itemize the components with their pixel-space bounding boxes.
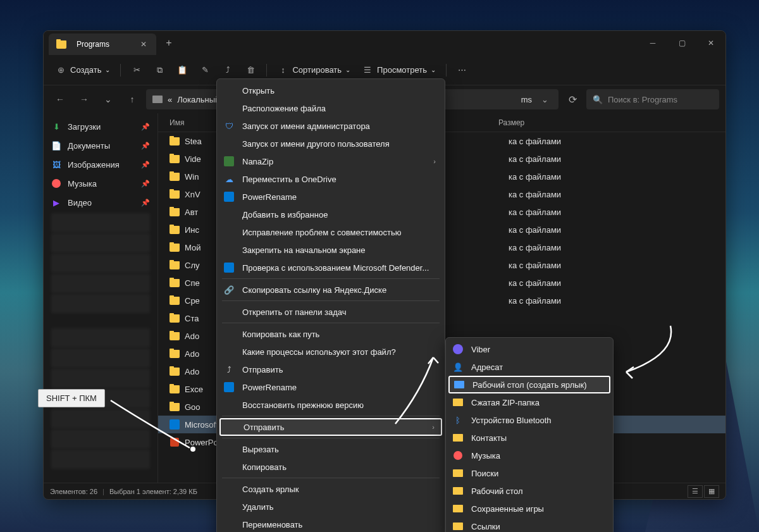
download-icon: ⬇: [51, 121, 61, 132]
submenu-item[interactable]: Рабочий стол: [446, 482, 613, 500]
paste-icon: 📋: [176, 65, 188, 76]
copy-button[interactable]: ⧉: [149, 60, 170, 80]
submenu-item[interactable]: Сохраненные игры: [446, 500, 613, 517]
submenu-item[interactable]: Музыка: [446, 447, 613, 464]
context-menu-item[interactable]: NanaZip›: [217, 152, 445, 170]
submenu-item[interactable]: Контакты: [446, 429, 613, 447]
sort-button[interactable]: ↕ Сортировать ⌄: [272, 60, 355, 80]
recent-button[interactable]: ⌄: [98, 89, 118, 109]
submenu-item[interactable]: ᛒУстройство Bluetooth: [446, 411, 613, 429]
music-icon: [452, 450, 464, 461]
up-button[interactable]: ↑: [122, 89, 142, 109]
folder-icon: [452, 432, 464, 443]
scissors-icon: ✂: [131, 65, 142, 76]
submenu-item[interactable]: Ссылки: [446, 517, 613, 532]
folder-icon: [452, 521, 464, 532]
search-input[interactable]: 🔍 Поиск в: Programs: [586, 89, 719, 109]
submenu-item[interactable]: Сжатая ZIP-папка: [446, 393, 613, 411]
folder-icon: [170, 295, 180, 306]
details-view-button[interactable]: ☰: [688, 485, 703, 498]
new-tab-button[interactable]: +: [159, 33, 179, 53]
folder-icon: [170, 366, 180, 376]
chevron-down-icon: ⌄: [105, 66, 110, 73]
desktop-icon: [454, 379, 465, 390]
folder-icon: [170, 242, 180, 252]
sidebar-item-images[interactable]: 🖼Изображения📌: [44, 155, 157, 174]
pin-icon: 📌: [141, 123, 150, 131]
image-icon: 🖼: [51, 159, 61, 170]
tiles-view-button[interactable]: ▦: [704, 485, 719, 498]
sidebar-item-documents[interactable]: 📄Документы📌: [44, 136, 157, 155]
context-menu-item[interactable]: Копировать как путь: [217, 325, 445, 343]
folder-icon: [170, 189, 180, 199]
context-menu-item[interactable]: 🛡Запуск от имени администратора: [217, 117, 445, 135]
nanazip-icon: [223, 156, 235, 167]
tab-programs[interactable]: Programs ✕: [49, 34, 156, 55]
trash-icon: 🗑: [245, 65, 256, 76]
context-menu-item[interactable]: 🔗Скопировать ссылку на Яндекс.Диске: [217, 281, 445, 299]
create-button[interactable]: ⊕ Создать ⌄: [50, 60, 115, 80]
cut-button[interactable]: ✂: [126, 60, 147, 80]
close-button[interactable]: ✕: [696, 31, 725, 55]
context-menu-item[interactable]: Вырезать: [217, 440, 445, 458]
paste-button[interactable]: 📋: [171, 60, 193, 80]
submenu-item[interactable]: 👤Адресат: [446, 358, 613, 376]
share-button[interactable]: ⤴: [217, 60, 238, 80]
view-button[interactable]: ☰ Просмотреть ⌄: [357, 60, 441, 80]
sidebar-item-music[interactable]: Музыка📌: [44, 174, 157, 193]
delete-button[interactable]: 🗑: [240, 60, 261, 80]
pin-icon: 📌: [141, 161, 150, 169]
back-button[interactable]: ←: [50, 89, 70, 109]
context-menu-item[interactable]: Удалить: [217, 498, 445, 516]
refresh-button[interactable]: ⟳: [562, 89, 583, 109]
context-menu-item[interactable]: Проверка с использованием Microsoft Defe…: [217, 259, 445, 276]
context-menu-item[interactable]: ☁Переместить в OneDrive: [217, 170, 445, 188]
context-menu-item[interactable]: Расположение файла: [217, 99, 445, 117]
pin-icon: 📌: [141, 180, 150, 188]
folder-icon: [170, 278, 180, 288]
maximize-button[interactable]: ▢: [667, 31, 696, 55]
folder-icon: [170, 331, 180, 341]
context-menu-item[interactable]: Копировать: [217, 458, 445, 476]
folder-icon: [170, 136, 180, 146]
sidebar-item-video[interactable]: ▶Видео📌: [44, 193, 157, 212]
column-size[interactable]: Размер: [498, 118, 549, 127]
context-menu-item[interactable]: Открыть: [217, 82, 445, 99]
submenu-item[interactable]: Рабочий стол (создать ярлык): [448, 376, 610, 393]
chevron-down-icon: ⌄: [345, 66, 350, 73]
context-menu-item[interactable]: Закрепить на начальном экране: [217, 241, 445, 259]
folder-icon: [170, 171, 180, 182]
minimize-button[interactable]: ─: [638, 31, 667, 55]
folder-icon: [170, 313, 180, 323]
link-icon: 🔗: [223, 284, 235, 295]
annotation-label: SHIFT + ПКМ: [38, 389, 105, 407]
context-menu-item[interactable]: Переименовать: [217, 516, 445, 532]
submenu-item[interactable]: Viber: [446, 340, 613, 358]
folder-icon: [452, 397, 464, 408]
context-menu: ОткрытьРасположение файла🛡Запуск от имен…: [216, 78, 445, 532]
more-button[interactable]: ⋯: [452, 60, 473, 80]
folder-icon: [452, 485, 464, 497]
folder-icon: [452, 503, 464, 514]
rename-button[interactable]: ✎: [194, 60, 216, 80]
chevron-down-icon[interactable]: ⌄: [537, 95, 552, 104]
contact-icon: 👤: [452, 361, 464, 373]
share-icon: ⤴: [223, 364, 235, 375]
submenu-item[interactable]: Поиски: [446, 464, 613, 482]
share-icon: ⤴: [222, 65, 233, 76]
folder-icon: [170, 260, 180, 270]
sidebar-item-downloads[interactable]: ⬇Загрузки📌: [44, 117, 157, 136]
forward-button[interactable]: →: [74, 89, 94, 109]
copy-icon: ⧉: [154, 65, 165, 76]
context-menu-item[interactable]: Открепить от панели задач: [217, 303, 445, 321]
ellipsis-icon: ⋯: [457, 65, 468, 76]
context-menu-item[interactable]: Запуск от имени другого пользователя: [217, 135, 445, 152]
bluetooth-icon: ᛒ: [452, 414, 464, 426]
context-menu-item[interactable]: Создать ярлык: [217, 480, 445, 498]
context-menu-item[interactable]: Добавить в избранное: [217, 206, 445, 223]
folder-icon: [170, 384, 180, 394]
context-menu-item[interactable]: Исправление проблем с совместимостью: [217, 223, 445, 241]
folder-icon: [56, 39, 66, 49]
context-menu-item[interactable]: PowerRename: [217, 188, 445, 206]
tab-close-button[interactable]: ✕: [139, 39, 149, 49]
